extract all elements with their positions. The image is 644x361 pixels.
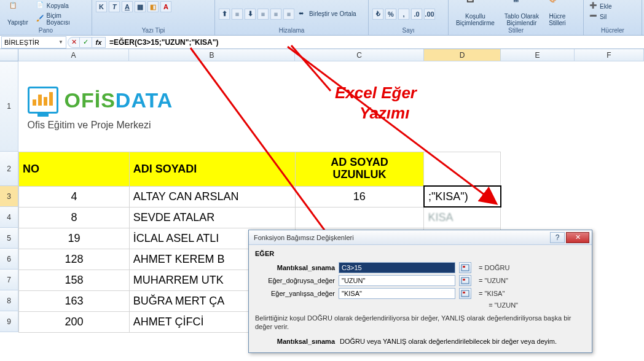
percent-button[interactable]: % [385, 9, 396, 20]
row-header-6[interactable]: 6 [0, 249, 18, 270]
svg-rect-4 [463, 266, 465, 268]
group-label-number: Sayı [371, 26, 446, 35]
cell-styles-icon: 🎨 [549, 0, 566, 13]
function-description: Belirttiğiniz koşul DOĞRU olarak değerle… [255, 314, 586, 332]
row-header-8[interactable]: 8 [0, 290, 18, 311]
delete-icon: ➖ [589, 12, 598, 21]
font-color-button[interactable]: A [160, 1, 171, 12]
group-label-styles: Stiller [451, 26, 581, 35]
col-header-f[interactable]: F [575, 49, 644, 61]
clipboard-icon: 📋 [9, 2, 26, 19]
col-header-e[interactable]: E [501, 49, 575, 61]
help-button[interactable]: ? [550, 232, 565, 243]
dialog-title: Fonksiyon Bağımsız Değişkenleri [254, 234, 354, 241]
col-header-a[interactable]: A [18, 49, 129, 61]
logo-icon [28, 87, 58, 114]
arg3-range-picker[interactable] [459, 288, 471, 299]
arg2-range-picker[interactable] [459, 275, 471, 286]
border-button[interactable]: ▦ [135, 1, 146, 12]
arg2-input[interactable] [339, 275, 455, 286]
table-row: 8 SEVDE ATALAR KISA [19, 207, 644, 228]
function-arguments-dialog: Fonksiyon Bağımsız Değişkenleri ? ✕ EĞER… [248, 230, 592, 353]
argument-help: Mantıksal_sınama DOĞRU veya YANLIŞ olara… [255, 338, 586, 345]
align-mid-button[interactable]: ≡ [232, 9, 243, 20]
close-button[interactable]: ✕ [566, 232, 589, 243]
header-length[interactable]: AD SOYAD UZUNLUK [295, 152, 424, 186]
col-header-b[interactable]: B [129, 49, 295, 61]
formula-input[interactable]: =EĞER(C3>15;"UZUN";"KISA") [106, 38, 644, 47]
insert-icon: ➕ [589, 2, 598, 10]
logo-subtitle: Ofis Eğitim ve Proje Merkezi [28, 120, 292, 131]
insert-cells-button[interactable]: ➕Ekle [587, 1, 613, 11]
accept-formula-button[interactable]: ✓ [80, 37, 92, 48]
arg1-range-picker[interactable] [459, 262, 471, 273]
ribbon: 📋 Yapıştır 📄Kopyala 🖌️Biçim Boyacısı Pan… [0, 0, 644, 36]
dec-decimal-button[interactable]: .00 [424, 9, 435, 20]
align-top-button[interactable]: ⬆ [219, 9, 230, 20]
arg3-label: Eğer_yanlışsa_değer [255, 290, 335, 297]
row-header-4[interactable]: 4 [0, 207, 18, 228]
copy-button[interactable]: 📄Kopyala [34, 1, 88, 10]
copy-icon: 📄 [36, 1, 45, 10]
merge-icon: ⬌ [299, 10, 307, 18]
row-header-1[interactable]: 1 [0, 61, 18, 152]
paste-button[interactable]: 📋 Yapıştır [4, 2, 32, 26]
brush-icon: 🖌️ [36, 15, 45, 23]
inc-decimal-button[interactable]: .0 [411, 9, 422, 20]
align-left-button[interactable]: ≡ [257, 9, 269, 20]
annotation-text: Excel Eğer Yazımı [335, 83, 417, 123]
underline-button[interactable]: A [122, 1, 133, 12]
col-header-d[interactable]: D [424, 49, 501, 61]
arg1-label: Mantıksal_sınama [255, 264, 335, 271]
group-label-font: Yazı Tipi [95, 26, 212, 35]
italic-button[interactable]: T [109, 1, 120, 12]
active-cell-d3[interactable]: ;"KISA") [424, 186, 501, 207]
conditional-formatting-button[interactable]: 🔲Koşullu Biçimlendirme [452, 0, 498, 26]
group-label-clipboard: Pano [2, 26, 89, 35]
table-icon: ▦ [513, 0, 530, 13]
align-bot-button[interactable]: ⬇ [245, 9, 256, 20]
arg2-label: Eğer_doğruysa_değer [255, 277, 335, 284]
logo-cell: OFİSDATA Ofis Eğitim ve Proje Merkezi [19, 61, 296, 152]
comma-button[interactable]: , [398, 9, 409, 20]
align-center-button[interactable]: ≡ [270, 9, 281, 20]
fill-color-button[interactable]: ◧ [147, 1, 159, 12]
arg1-input[interactable] [339, 262, 455, 273]
function-result: = "UZUN" [489, 301, 518, 309]
svg-rect-6 [463, 279, 465, 281]
merge-button[interactable]: ⬌Birleştir ve Ortala [297, 9, 358, 19]
group-label-cells: Hücreler [586, 26, 639, 35]
svg-rect-8 [463, 292, 465, 293]
format-painter-button[interactable]: 🖌️Biçim Boyacısı [34, 12, 88, 26]
arg3-input[interactable] [339, 288, 455, 299]
align-right-button[interactable]: ≡ [283, 9, 294, 20]
fx-icon[interactable]: fx [92, 37, 106, 48]
function-name: EĞER [255, 250, 586, 257]
cell-styles-button[interactable]: 🎨Hücre Stilleri [545, 0, 570, 26]
row-header-7[interactable]: 7 [0, 270, 18, 290]
row-header-5[interactable]: 5 [0, 228, 18, 249]
bold-button[interactable]: K [96, 1, 107, 12]
cond-format-icon: 🔲 [466, 0, 484, 13]
formula-bar: BİRLEŞTİR▼ ✕ ✓ fx =EĞER(C3>15;"UZUN";"KI… [0, 36, 644, 49]
row-header-3[interactable]: 3 [0, 186, 18, 207]
col-header-c[interactable]: C [295, 49, 424, 61]
logo-text: OFİSDATA [65, 88, 173, 112]
delete-cells-button[interactable]: ➖Sil [587, 12, 608, 21]
header-no[interactable]: NO [19, 152, 130, 186]
row-header-9[interactable]: 9 [0, 311, 18, 332]
select-all-corner[interactable] [0, 49, 18, 61]
chevron-down-icon: ▼ [58, 39, 63, 45]
cancel-formula-button[interactable]: ✕ [68, 37, 80, 48]
currency-button[interactable]: ₺ [372, 9, 383, 20]
table-row: 4 ALTAY CAN ARSLAN 16 ;"KISA") [19, 186, 644, 207]
format-as-table-button[interactable]: ▦Tablo Olarak Biçimlendir [501, 0, 543, 26]
group-label-alignment: Hizalama [218, 26, 366, 35]
row-header-2[interactable]: 2 [0, 152, 18, 186]
name-box[interactable]: BİRLEŞTİR▼ [1, 36, 66, 49]
header-name[interactable]: ADI SOYADI [129, 152, 295, 186]
